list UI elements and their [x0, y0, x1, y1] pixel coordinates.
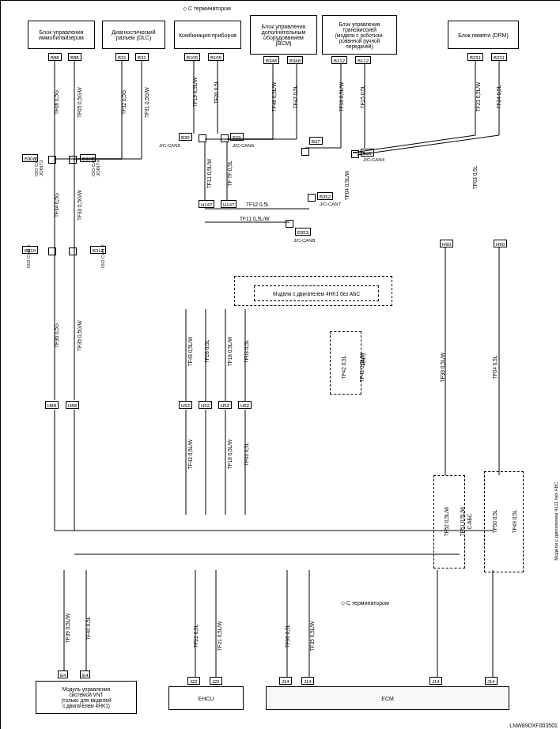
pin-j14-1: J14 [279, 677, 292, 685]
w-tf28: TF28 0,5L [204, 340, 210, 364]
abs2-box [484, 471, 524, 572]
w-tf42: TF42 0,5L [341, 356, 346, 380]
joint4-box [69, 247, 77, 255]
pin-b105-2: B105 [208, 53, 224, 61]
box-ecm: ECM [266, 686, 509, 710]
joint3-box [48, 247, 56, 255]
w-tf15: TF15 0,5L [360, 85, 365, 109]
pin-h52-3: H52 [218, 401, 232, 409]
w-tf52: TF52 0,5L/W [444, 507, 449, 537]
w-tf40: TF40 0,5L [85, 617, 91, 640]
abs-outer-dashed [234, 276, 392, 306]
w-tf48: TF48 0,5L/W [271, 82, 277, 112]
wiring-diagram: ◇ С терминатором Блок управленияиммобила… [0, 0, 560, 729]
pin-h52-2: H52 [199, 401, 212, 409]
pin-b27: B27 [309, 137, 323, 145]
w-tf03: TF03 0,5L [472, 166, 478, 190]
pin-b29: B29 [230, 133, 244, 141]
can7-box [308, 194, 316, 202]
pin-e4-1: E4 [58, 670, 68, 678]
top-note: ◇ С терминатором [183, 6, 231, 12]
pin-h147-2: H147 [221, 200, 236, 208]
w-tf16: TF16 0,5L/W [339, 82, 344, 112]
w-tf35b: TF35 0,5L/W [309, 621, 315, 652]
w-tf34: TF34 0,5G [54, 193, 59, 217]
w-tf11w: TF11 0,5L/W [240, 216, 270, 221]
pin-e4-2: E4 [80, 670, 90, 678]
pin-h88-2: H88 [66, 401, 79, 409]
w-tf43b: TF43 0,5L/W [187, 440, 193, 470]
box-immobilizer: Блок управленияиммобилайзером [28, 21, 95, 49]
pin-b31-2: B31 [135, 53, 149, 61]
pin-h88-1: H88 [45, 401, 59, 409]
w-tf21: TF21 0,5L/W [217, 621, 222, 652]
abs2-label: Модели с двигателем 4JJ1 без АБС [554, 482, 558, 560]
w-tf49: TF49 0,5L [512, 510, 517, 534]
box-bcm: Блок управлениядополнительнымоборудовани… [250, 15, 317, 55]
w-tf20: TF20 0,5L [214, 81, 219, 104]
can4-box2 [351, 150, 359, 158]
w-tf43c: TF43 0,5L/W [359, 353, 365, 383]
pin-h90-2: H90 [494, 240, 507, 247]
joint4-label: ISO CAN 2 [100, 244, 105, 268]
w-tf47: TF47 0,5L [293, 85, 298, 109]
box-cluster: Комбинация приборов [174, 21, 241, 49]
w-tf36b: TF36 0,5L [285, 625, 290, 648]
box-dlc: Диагностическийразъем (DLC) [102, 21, 165, 49]
pin-h52-4: H52 [238, 401, 252, 409]
can6-label: J/C-CAN6 [233, 143, 254, 148]
w-tf33: TF33 0,5G/W [77, 190, 82, 221]
w-tf43: TF43 0,5L/W [187, 337, 193, 367]
w-tf18b: TF18 0,5L/W [227, 440, 233, 470]
w-tf50: TF50 0,5L [492, 510, 498, 534]
w-tf24: TF24 0,5L [496, 85, 501, 109]
can6-box [221, 134, 229, 142]
pin-h52-1: H52 [179, 401, 192, 409]
pin-b348-1: B348 [263, 56, 279, 64]
box-drm: Блок памяти (DRM) [448, 21, 519, 49]
can4-box1 [301, 148, 309, 156]
pin-b348-2: B348 [287, 56, 303, 64]
footer-code: LNW89DXF003501 [509, 723, 558, 728]
pin-b105-1: B105 [184, 53, 200, 61]
pin-j22-1: J22 [187, 677, 200, 685]
pin-b352: B352 [317, 192, 333, 200]
pin-b112-2: B112 [355, 56, 371, 64]
pin-b31-1: B31 [115, 53, 129, 61]
joint3-label: ISO CAN 1 [26, 244, 31, 268]
joint2-label: ISO CANJOINT4 [91, 157, 100, 176]
bottom-note: ◇ С терминатором [341, 600, 389, 606]
w-tf32: TF32 0,5G [121, 90, 127, 115]
pin-b353: B353 [295, 228, 311, 236]
w-tf39b: TF39 0,5L/W [65, 614, 70, 644]
can4-label: J/C-CAN4 [363, 157, 384, 162]
pin-b28: B28 [361, 149, 374, 157]
cabs-label: С-АБС [467, 513, 472, 529]
pin-j14-2: J14 [301, 677, 314, 685]
pin-j22-2: J22 [210, 677, 222, 685]
joint1-box [48, 156, 56, 164]
joint2-box [69, 156, 77, 164]
can5-box [199, 134, 206, 142]
w-tf12: TF12 0,5L [246, 202, 270, 207]
pin-b30: B30 [179, 133, 192, 141]
can8-label: J/C-CAN8 [293, 238, 315, 243]
pin-h90-1: H90 [440, 240, 453, 247]
box-vnt: Модуль управлениясистемой VNT(только для… [36, 681, 137, 714]
pin-j14-3: J14 [429, 677, 442, 685]
svg-line-45 [357, 135, 499, 155]
box-transmission: Блок управлениятрансмиссией(модели с роб… [322, 15, 397, 55]
w-tf11: TF11 0,5L/W [206, 159, 212, 189]
pin-b231-2: B231 [491, 53, 507, 61]
can8-box [286, 220, 293, 228]
w-tf31: TF31 0,5G/W [144, 87, 149, 118]
w-tf03b: TF03 0,5L [244, 340, 249, 364]
w-tf19: TF19 0,5L/W [192, 77, 198, 108]
pin-b88-1: B88 [48, 53, 62, 61]
w-tf18: TF18 0,5L/W [227, 337, 233, 367]
w-tf36: TF36 0,5G [54, 323, 59, 348]
w-tf35: TF35 0,5G/W [77, 320, 82, 351]
w-tf22: TF22 0,5L [193, 625, 199, 648]
pin-h147-1: H147 [199, 200, 214, 208]
joint1-label: ISO CANJOINT3 [34, 157, 44, 176]
